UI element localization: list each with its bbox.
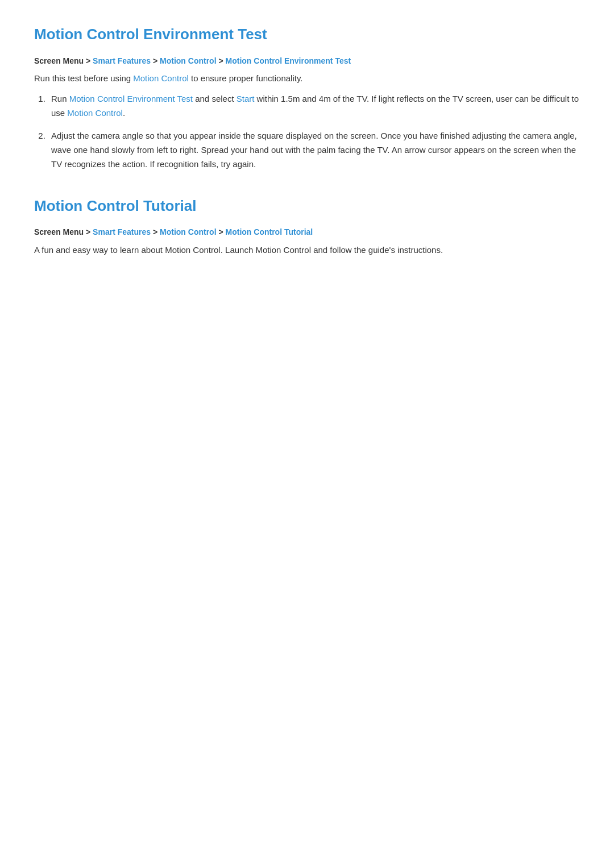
section-environment-test: Motion Control Environment Test Screen M…: [34, 23, 580, 172]
section1-breadcrumb: Screen Menu > Smart Features > Motion Co…: [34, 55, 580, 67]
breadcrumb2-sep2: >: [151, 227, 160, 236]
list-item-1: Run Motion Control Environment Test and …: [48, 92, 580, 121]
breadcrumb-sep3: >: [217, 56, 226, 65]
breadcrumb-sep2: >: [151, 56, 160, 65]
breadcrumb2-tutorial[interactable]: Motion Control Tutorial: [226, 227, 313, 236]
list-item-2: Adjust the camera angle so that you appe…: [48, 129, 580, 171]
breadcrumb2-sep3: >: [217, 227, 226, 236]
breadcrumb2-prefix: Screen Menu: [34, 227, 84, 236]
section2-title: Motion Control Tutorial: [34, 194, 580, 218]
item1-link3[interactable]: Motion Control: [67, 108, 123, 118]
item2-text: Adjust the camera angle so that you appe…: [51, 131, 577, 169]
breadcrumb-sep1: >: [84, 56, 93, 65]
breadcrumb-env-test[interactable]: Motion Control Environment Test: [226, 56, 351, 65]
section-tutorial: Motion Control Tutorial Screen Menu > Sm…: [34, 194, 580, 258]
breadcrumb2-sep1: >: [84, 227, 93, 236]
intro-motion-control-link[interactable]: Motion Control: [133, 73, 189, 83]
section1-list: Run Motion Control Environment Test and …: [34, 92, 580, 172]
section1-intro: Run this test before using Motion Contro…: [34, 72, 580, 85]
intro-after-link: to ensure proper functionality.: [189, 73, 303, 83]
section1-title: Motion Control Environment Test: [34, 23, 580, 47]
intro-before-link: Run this test before using: [34, 73, 133, 83]
breadcrumb2-smart-features[interactable]: Smart Features: [93, 227, 151, 236]
item1-link2[interactable]: Start: [237, 94, 255, 103]
item1-link1[interactable]: Motion Control Environment Test: [69, 94, 193, 103]
section2-body: A fun and easy way to learn about Motion…: [34, 243, 580, 258]
breadcrumb-smart-features[interactable]: Smart Features: [93, 56, 151, 65]
section2-breadcrumb: Screen Menu > Smart Features > Motion Co…: [34, 226, 580, 238]
item1-before-link1: Run: [51, 94, 69, 103]
item1-between: and select: [193, 94, 237, 103]
breadcrumb-prefix: Screen Menu: [34, 56, 84, 65]
breadcrumb-motion-control[interactable]: Motion Control: [160, 56, 217, 65]
breadcrumb2-motion-control[interactable]: Motion Control: [160, 227, 217, 236]
item1-end: .: [123, 108, 125, 118]
